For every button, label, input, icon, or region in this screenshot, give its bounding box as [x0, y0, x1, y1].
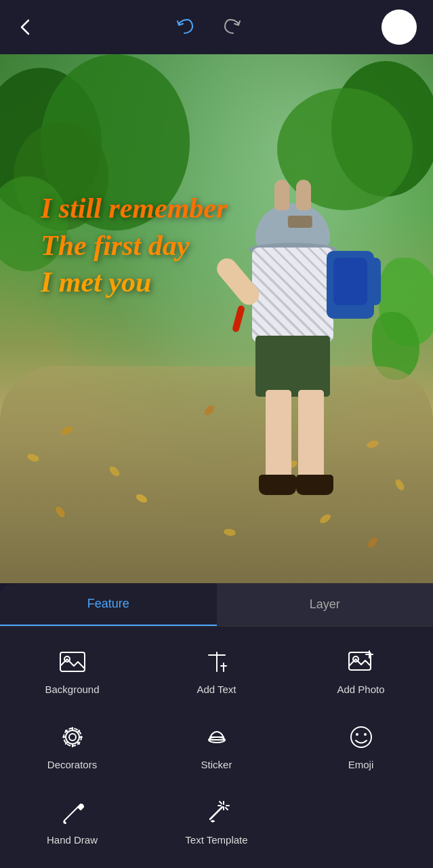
- shorts: [255, 336, 330, 397]
- svg-point-11: [69, 734, 76, 741]
- tools-grid: Background Add Text: [0, 627, 433, 866]
- tool-hand-draw-label: Hand Draw: [47, 834, 98, 846]
- sandal-right: [296, 475, 333, 495]
- image-icon: [58, 647, 87, 677]
- ear-left: [274, 180, 289, 210]
- svg-line-32: [220, 802, 222, 804]
- overlay-text-line2: The first day: [41, 227, 227, 264]
- svg-line-26: [64, 807, 78, 821]
- overlay-text-line3: I met you: [41, 264, 227, 301]
- ear-right: [296, 180, 311, 210]
- emoji-icon: [346, 722, 376, 752]
- sticker-icon: [202, 722, 232, 752]
- svg-point-24: [356, 733, 358, 736]
- tabs: Feature Layer: [0, 583, 433, 627]
- tool-emoji-label: Emoji: [348, 759, 374, 770]
- tool-text-template[interactable]: Text Template: [144, 784, 289, 859]
- undo-button[interactable]: [175, 17, 195, 37]
- tool-hand-draw[interactable]: Hand Draw: [0, 784, 144, 859]
- leg-right: [298, 390, 324, 485]
- item-in-hand: [231, 304, 245, 332]
- confirm-button[interactable]: [382, 9, 417, 45]
- svg-point-25: [364, 733, 367, 736]
- tool-add-text[interactable]: Add Text: [144, 633, 289, 709]
- tool-background-label: Background: [45, 684, 99, 695]
- tool-decorators[interactable]: Decorators: [0, 709, 144, 784]
- canvas-area[interactable]: I still remember The first day I met you: [0, 54, 433, 583]
- tool-decorators-label: Decorators: [47, 759, 97, 770]
- tool-background[interactable]: Background: [0, 633, 144, 709]
- tool-emoji[interactable]: Emoji: [289, 709, 433, 784]
- tab-layer[interactable]: Layer: [217, 583, 434, 626]
- overlay-text-line1: I still remember: [41, 190, 227, 227]
- tab-feature[interactable]: Feature: [0, 583, 217, 626]
- leg-left: [266, 390, 291, 485]
- sandal-left: [259, 475, 296, 495]
- back-button[interactable]: [16, 18, 35, 37]
- tool-text-template-label: Text Template: [185, 834, 247, 846]
- top-bar: [0, 0, 433, 54]
- tool-sticker-label: Sticker: [201, 759, 232, 770]
- add-photo-icon: [346, 647, 376, 677]
- top-bar-center: [175, 17, 243, 37]
- bottom-panel: Feature Layer Background: [0, 583, 433, 868]
- tool-sticker[interactable]: Sticker: [144, 709, 289, 784]
- tool-add-text-label: Add Text: [197, 684, 236, 695]
- hat-patch: [287, 216, 312, 228]
- text-icon: [202, 647, 232, 677]
- svg-point-23: [351, 727, 371, 747]
- tool-add-photo-label: Add Photo: [337, 684, 384, 695]
- backpack: [327, 251, 374, 319]
- overlay-text[interactable]: I still remember The first day I met you: [41, 190, 227, 301]
- brush-icon: [58, 797, 87, 827]
- svg-line-27: [210, 807, 222, 819]
- svg-line-33: [226, 808, 228, 810]
- decorators-icon: [58, 722, 87, 752]
- redo-button[interactable]: [222, 17, 243, 37]
- tool-add-photo[interactable]: Add Photo: [289, 633, 433, 709]
- shirt: [252, 248, 333, 342]
- text-template-icon: [202, 797, 232, 827]
